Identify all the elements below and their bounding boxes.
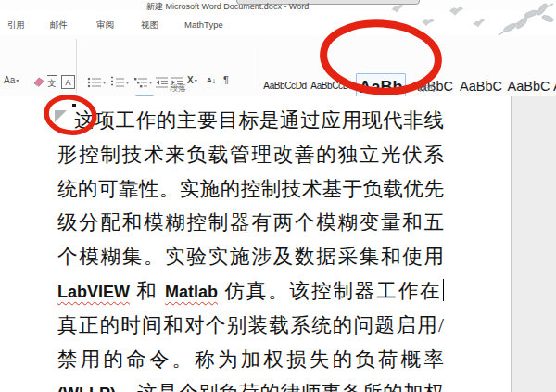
document-text: 这项工作的主要目标是通过应用现代非线 形控制技术来负载管理改善的独立光伏系 统的… [57,104,444,392]
document-page[interactable]: 这项工作的主要目标是通过应用现代非线 形控制技术来负载管理改善的独立光伏系 统的… [0,96,512,392]
show-hide-marks-button[interactable]: ¶ [223,75,229,84]
character-border-button[interactable]: A [61,75,75,89]
eraser-icon [32,76,45,88]
tab-mathtype[interactable]: MathType [184,17,223,33]
text-line[interactable]: 个模糊集。实验实施涉及数据采集和使用 [57,240,444,274]
text-line[interactable]: 统的可靠性。实施的控制技术基于负载优先 [57,172,444,207]
chevron-down-icon: ▾ [126,80,129,85]
tab-view[interactable]: 视图 [141,17,158,33]
text-line[interactable]: 这项工作的主要目标是通过应用现代非线 [57,104,444,138]
sort-arrow-icon: ↓ [212,76,217,85]
titlebar: 新建 Microsoft Word Document.docx - Word [0,0,556,11]
ruby-line-icon [47,75,57,78]
tab-mailings[interactable]: 邮件 [50,17,68,33]
text-line[interactable]: 真正的时间和对个别装载系统的问题启用/ [57,309,444,343]
text-line[interactable]: 级分配和模糊控制器有两个模糊变量和五 [57,206,444,240]
misspelled-word[interactable]: LabVIEW [57,283,130,301]
styles-group-label: 样式 [398,82,454,95]
numbering-icon [110,76,125,89]
phonetic-guide-button[interactable]: 文 [47,75,57,88]
misspelled-word[interactable]: Matlab [165,283,218,301]
text-line[interactable]: (WLLP)，这是个别负荷的律师事务所的加权 [57,376,444,392]
text-line[interactable]: 禁用的命令。称为加权损失的负荷概率 [57,343,444,377]
character-border-icon: A [61,75,75,89]
text-line[interactable]: 形控制技术来负载管理改善的独立光伏系 [57,138,444,172]
group-separator [76,39,77,93]
clear-formatting-button[interactable] [32,76,45,88]
tab-review[interactable]: 审阅 [96,17,114,33]
word-window: 新建 Microsoft Word Document.docx - Word 引… [0,0,556,392]
tab-references[interactable]: 引用 [7,17,25,33]
pilcrow-icon: ¶ [223,75,229,84]
group-separator [259,39,259,93]
ribbon-tab-row: 引用 邮件 审阅 视图 MathType [0,11,556,35]
sort-button[interactable]: A ↓ [207,76,216,85]
multilevel-list-button[interactable]: ▾ [133,76,152,89]
text-caret [443,279,445,301]
document-canvas: 这项工作的主要目标是通过应用现代非线 形控制技术来负载管理改善的独立光伏系 统的… [0,96,556,392]
bullets-button[interactable]: ▾ [87,76,106,89]
text-line[interactable]: LabVIEW 和 Matlab 仿真。该控制器工作在 [57,274,444,309]
paragraph-group-label: 段落 [150,82,206,95]
multilevel-list-icon [133,76,148,89]
bullets-icon [87,76,102,89]
change-case-button[interactable]: Aa ▾ [4,76,19,85]
numbering-button[interactable]: ▾ [110,76,129,89]
ribbon: Aa ▾ 文 A ▾ [0,35,556,97]
chevron-down-icon: ▾ [103,80,106,85]
chevron-down-icon: ▾ [16,78,19,83]
